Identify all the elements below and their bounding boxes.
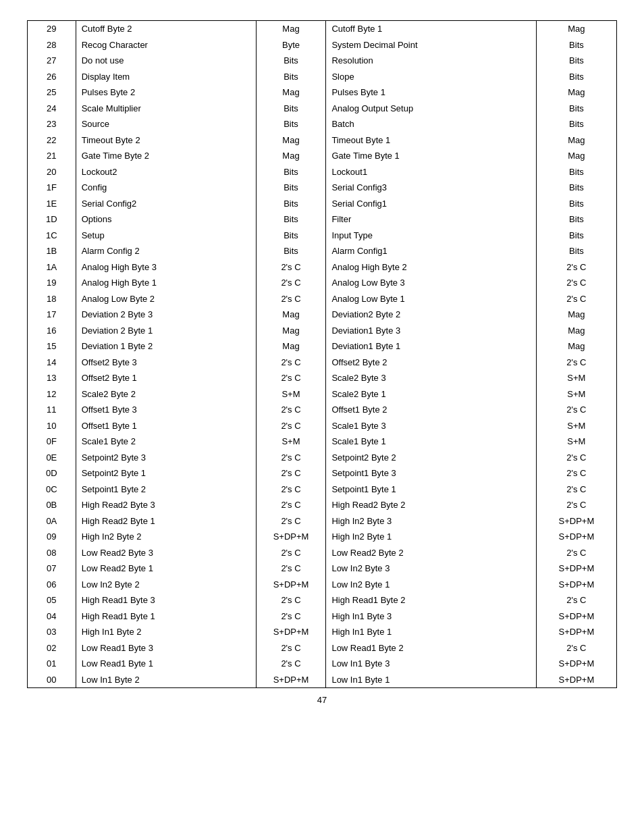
right-name: High In1 Byte 3: [326, 608, 536, 625]
table-row: 0B High Read2 Byte 3 2's C High Read2 By…: [28, 497, 616, 513]
right-name: Low In1 Byte 3: [326, 656, 536, 672]
left-type: 2's C: [256, 545, 326, 561]
left-type: S+M: [256, 434, 326, 450]
right-name: Deviation1 Byte 1: [326, 338, 536, 355]
right-type: S+DP+M: [536, 608, 616, 625]
left-name: High In1 Byte 2: [76, 624, 256, 640]
right-type: S+M: [536, 386, 616, 402]
row-address: 1B: [28, 243, 76, 259]
left-name: Low Read1 Byte 3: [76, 640, 256, 656]
left-name: Scale Multiplier: [76, 101, 256, 117]
left-name: Offset2 Byte 3: [76, 355, 256, 371]
table-row: 0F Scale1 Byte 2 S+M Scale1 Byte 1 S+M: [28, 434, 616, 450]
right-type: Mag: [536, 338, 616, 355]
left-name: Scale1 Byte 2: [76, 434, 256, 450]
right-name: Low In2 Byte 3: [326, 561, 536, 577]
left-type: 2's C: [256, 402, 326, 418]
right-name: Scale2 Byte 3: [326, 370, 536, 386]
right-name: High Read2 Byte 2: [326, 497, 536, 513]
left-name: Display Item: [76, 69, 256, 85]
left-name: Alarm Config 2: [76, 243, 256, 259]
right-name: Offset1 Byte 2: [326, 402, 536, 418]
row-address: 1E: [28, 196, 76, 212]
left-type: 2's C: [256, 355, 326, 371]
row-address: 28: [28, 37, 76, 53]
row-address: 1A: [28, 259, 76, 276]
left-type: 2's C: [256, 561, 326, 577]
row-address: 22: [28, 132, 76, 149]
left-name: Setpoint2 Byte 3: [76, 450, 256, 466]
row-address: 00: [28, 672, 76, 688]
table-row: 20 Lockout2 Bits Lockout1 Bits: [28, 164, 616, 180]
right-name: System Decimal Point: [326, 37, 536, 53]
table-row: 1A Analog High Byte 3 2's C Analog High …: [28, 259, 616, 276]
right-type: Bits: [536, 180, 616, 196]
left-name: High Read1 Byte 3: [76, 592, 256, 608]
table-row: 19 Analog High Byte 1 2's C Analog Low B…: [28, 275, 616, 291]
right-type: Mag: [536, 84, 616, 101]
left-name: Pulses Byte 2: [76, 84, 256, 101]
row-address: 19: [28, 275, 76, 291]
right-name: Serial Config1: [326, 196, 536, 212]
left-name: Serial Config2: [76, 196, 256, 212]
table-row: 0A High Read2 Byte 1 2's C High In2 Byte…: [28, 513, 616, 529]
right-name: Setpoint2 Byte 2: [326, 450, 536, 466]
row-address: 06: [28, 577, 76, 593]
left-type: Byte: [256, 37, 326, 53]
left-name: Scale2 Byte 2: [76, 386, 256, 402]
right-type: Bits: [536, 243, 616, 259]
left-name: Low In2 Byte 2: [76, 577, 256, 593]
right-name: Low In1 Byte 1: [326, 672, 536, 688]
left-name: Setpoint1 Byte 2: [76, 481, 256, 498]
right-type: S+DP+M: [536, 529, 616, 545]
left-type: S+DP+M: [256, 624, 326, 640]
table-row: 06 Low In2 Byte 2 S+DP+M Low In2 Byte 1 …: [28, 577, 616, 593]
right-type: 2's C: [536, 450, 616, 466]
right-name: Pulses Byte 1: [326, 84, 536, 101]
left-name: Offset2 Byte 1: [76, 370, 256, 386]
table-row: 14 Offset2 Byte 3 2's C Offset2 Byte 2 2…: [28, 355, 616, 371]
right-name: Setpoint1 Byte 1: [326, 481, 536, 498]
table-row: 26 Display Item Bits Slope Bits: [28, 69, 616, 85]
row-address: 0F: [28, 434, 76, 450]
left-name: Lockout2: [76, 164, 256, 180]
right-type: Mag: [536, 323, 616, 339]
left-name: High Read1 Byte 1: [76, 608, 256, 625]
left-type: S+DP+M: [256, 577, 326, 593]
left-type: 2's C: [256, 291, 326, 307]
table-row: 02 Low Read1 Byte 3 2's C Low Read1 Byte…: [28, 640, 616, 656]
table-row: 07 Low Read2 Byte 1 2's C Low In2 Byte 3…: [28, 561, 616, 577]
table-row: 22 Timeout Byte 2 Mag Timeout Byte 1 Mag: [28, 132, 616, 149]
right-name: High In1 Byte 1: [326, 624, 536, 640]
right-type: 2's C: [536, 640, 616, 656]
table-row: 10 Offset1 Byte 1 2's C Scale1 Byte 3 S+…: [28, 418, 616, 434]
table-row: 1D Options Bits Filter Bits: [28, 211, 616, 228]
left-type: S+DP+M: [256, 672, 326, 688]
row-address: 24: [28, 101, 76, 117]
right-name: Scale1 Byte 3: [326, 418, 536, 434]
table-row: 09 High In2 Byte 2 S+DP+M High In2 Byte …: [28, 529, 616, 545]
right-name: Input Type: [326, 228, 536, 244]
right-name: Analog Low Byte 1: [326, 291, 536, 307]
right-type: Bits: [536, 37, 616, 53]
row-address: 26: [28, 69, 76, 85]
table-row: 23 Source Bits Batch Bits: [28, 116, 616, 132]
row-address: 1D: [28, 211, 76, 228]
table-row: 00 Low In1 Byte 2 S+DP+M Low In1 Byte 1 …: [28, 672, 616, 688]
row-address: 0E: [28, 450, 76, 466]
left-name: Cutoff Byte 2: [76, 21, 256, 37]
left-type: Bits: [256, 116, 326, 132]
left-type: 2's C: [256, 465, 326, 481]
right-type: S+DP+M: [536, 656, 616, 672]
right-name: Slope: [326, 69, 536, 85]
right-type: 2's C: [536, 481, 616, 498]
row-address: 0C: [28, 481, 76, 498]
left-type: Mag: [256, 132, 326, 149]
row-address: 18: [28, 291, 76, 307]
right-name: High In2 Byte 3: [326, 513, 536, 529]
left-name: Low In1 Byte 2: [76, 672, 256, 688]
row-address: 09: [28, 529, 76, 545]
table-row: 15 Deviation 1 Byte 2 Mag Deviation1 Byt…: [28, 338, 616, 355]
row-address: 04: [28, 608, 76, 625]
table-row: 28 Recog Character Byte System Decimal P…: [28, 37, 616, 53]
